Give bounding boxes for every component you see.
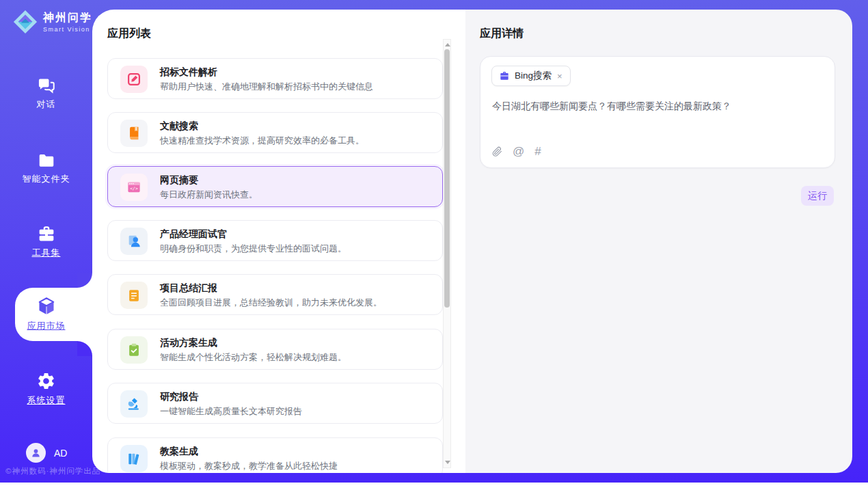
app-name: 文献搜索 xyxy=(160,120,198,133)
app-desc: 智能生成个性化活动方案，轻松解决规划难题。 xyxy=(160,351,347,364)
active-tab-curve-bottom xyxy=(77,341,92,356)
scrollbar-thumb[interactable] xyxy=(444,49,450,308)
notepad-icon xyxy=(120,282,148,309)
scroll-up-icon[interactable] xyxy=(445,43,450,46)
app-name: 活动方案生成 xyxy=(160,337,217,349)
app-desc: 快速精准查找学术资源，提高研究效率的必备工具。 xyxy=(160,135,364,147)
app-desc: 全面回顾项目进展，总结经验教训，助力未来优化发展。 xyxy=(160,297,382,309)
clipboard-check-icon xyxy=(120,336,148,364)
folder-icon xyxy=(36,152,57,170)
sidebar-item-toolset[interactable]: 工具集 xyxy=(0,225,92,259)
sidebar-item-label: 系统设置 xyxy=(0,394,92,407)
app-list-panel: 应用列表 招标文件解析 帮助用户快速、准确地理解和解析招标书中的关键信息 文献搜… xyxy=(92,10,465,473)
brand-subtitle: Smart Vision xyxy=(43,26,92,33)
app-name: 教案生成 xyxy=(160,446,198,458)
tool-chip-label: Bing搜索 xyxy=(515,70,552,82)
app-detail-title: 应用详情 xyxy=(480,27,524,41)
interviewer-icon xyxy=(120,228,148,255)
app-card[interactable]: 文献搜索 快速精准查找学术资源，提高研究效率的必备工具。 xyxy=(107,112,443,153)
scroll-down-icon[interactable] xyxy=(445,461,450,464)
chat-icon xyxy=(36,76,57,95)
active-tab-curve-top xyxy=(77,273,92,288)
diamond-logo-icon xyxy=(12,9,38,35)
app-detail-panel: 应用详情 Bing搜索 × 今日湖北有哪些新闻要点？有哪些需要关注的最新政策？ … xyxy=(465,10,852,473)
briefcase-icon xyxy=(499,70,510,81)
app-card[interactable]: 教案生成 模板驱动，教案秒成，教学准备从此轻松快捷 xyxy=(107,437,443,473)
app-card[interactable]: 活动方案生成 智能生成个性化活动方案，轻松解决规划难题。 xyxy=(107,329,443,370)
sidebar-item-app-market[interactable]: 应用市场 xyxy=(0,296,92,332)
app-desc: 每日政府新闻资讯快查。 xyxy=(160,189,258,201)
app-name: 产品经理面试官 xyxy=(160,228,227,241)
prompt-question-text[interactable]: 今日湖北有哪些新闻要点？有哪些需要关注的最新政策？ xyxy=(492,99,820,113)
app-desc: 一键智能生成高质量长文本研究报告 xyxy=(160,405,302,418)
app-list-title: 应用列表 xyxy=(107,27,151,41)
app-desc: 模板驱动，教案秒成，教学准备从此轻松快捷 xyxy=(160,460,338,472)
book-icon xyxy=(120,120,148,147)
hash-icon[interactable]: # xyxy=(534,146,541,158)
app-card[interactable]: 招标文件解析 帮助用户快速、准确地理解和解析招标书中的关键信息 xyxy=(107,58,443,99)
research-icon xyxy=(120,390,148,418)
app-card-selected[interactable]: </> 网页摘要 每日政府新闻资讯快查。 xyxy=(107,166,443,207)
app-desc: 帮助用户快速、准确地理解和解析招标书中的关键信息 xyxy=(160,81,373,93)
run-button[interactable]: 运行 xyxy=(801,186,834,206)
brand-name: 神州问学 xyxy=(43,11,92,25)
sidebar-item-label: 智能文件夹 xyxy=(0,173,92,185)
avatar xyxy=(26,443,46,463)
sidebar-item-smart-folders[interactable]: 智能文件夹 xyxy=(0,152,92,185)
sidebar-item-label: 对话 xyxy=(0,98,92,111)
app-card[interactable]: 研究报告 一键智能生成高质量长文本研究报告 xyxy=(107,383,443,424)
paperclip-icon[interactable] xyxy=(492,146,502,158)
web-page-icon: </> xyxy=(120,174,148,201)
app-name: 网页摘要 xyxy=(160,174,198,187)
app-frame: 神州问学 Smart Vision 对话 智能文件夹 工具 xyxy=(0,0,868,483)
scrollbar[interactable] xyxy=(443,39,451,468)
app-name: 研究报告 xyxy=(160,391,198,403)
app-card[interactable]: 项目总结汇报 全面回顾项目进展，总结经验教训，助力未来优化发展。 xyxy=(107,274,443,315)
app-card[interactable]: 产品经理面试官 明确身份和职责，为您提供专业性的面试问题。 xyxy=(107,220,443,261)
copyright-text: ©神州数码·神州问学出品 xyxy=(5,466,100,476)
sidebar: 神州问学 Smart Vision 对话 智能文件夹 工具 xyxy=(0,0,92,483)
sidebar-item-label: 工具集 xyxy=(0,247,92,259)
books-icon xyxy=(120,445,148,472)
toolbox-icon xyxy=(36,225,57,243)
person-icon xyxy=(30,447,42,459)
app-name: 招标文件解析 xyxy=(160,66,217,79)
chip-close-icon[interactable]: × xyxy=(556,71,563,81)
app-name: 项目总结汇报 xyxy=(160,282,217,295)
user-account[interactable]: AD xyxy=(26,443,67,463)
edit-doc-icon xyxy=(120,66,148,93)
at-icon[interactable]: @ xyxy=(513,146,524,158)
gear-icon xyxy=(36,371,56,391)
brand-logo: 神州问学 Smart Vision xyxy=(12,9,92,35)
user-name: AD xyxy=(54,448,67,459)
app-desc: 明确身份和职责，为您提供专业性的面试问题。 xyxy=(160,243,347,255)
prompt-editor-card[interactable]: Bing搜索 × 今日湖北有哪些新闻要点？有哪些需要关注的最新政策？ @ # xyxy=(480,56,835,168)
sidebar-item-settings[interactable]: 系统设置 xyxy=(0,371,92,407)
tool-chip-bing-search[interactable]: Bing搜索 × xyxy=(491,66,571,86)
prompt-toolbar: @ # xyxy=(492,146,541,158)
sidebar-item-chat[interactable]: 对话 xyxy=(0,76,92,111)
svg-text:</>: </> xyxy=(130,186,138,191)
cube-icon xyxy=(36,296,57,316)
sidebar-item-label: 应用市场 xyxy=(0,320,92,332)
